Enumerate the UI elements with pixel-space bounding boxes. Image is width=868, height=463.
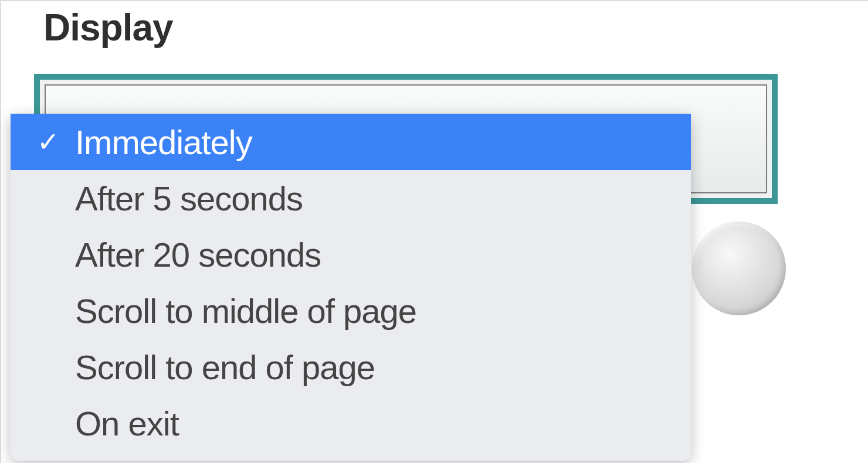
dropdown-option-after-20-seconds[interactable]: ✓ After 20 seconds (11, 226, 691, 282)
dropdown-option-label: Scroll to middle of page (75, 291, 416, 331)
dropdown-option-label: After 20 seconds (75, 235, 321, 274)
field-label-display: Display (43, 6, 868, 49)
dropdown-option-label: On exit (75, 404, 179, 443)
dropdown-option-immediately[interactable]: ✓ Immediately (11, 114, 691, 170)
dropdown-option-after-5-seconds[interactable]: ✓ After 5 seconds (11, 170, 691, 226)
display-dropdown-menu: ✓ Immediately ✓ After 5 seconds ✓ After … (11, 114, 691, 461)
dropdown-option-label: After 5 seconds (75, 179, 303, 218)
dropdown-caret-button[interactable] (692, 222, 786, 315)
checkmark-icon: ✓ (32, 126, 65, 158)
dropdown-option-scroll-end[interactable]: ✓ Scroll to end of page (11, 339, 691, 395)
dropdown-option-scroll-middle[interactable]: ✓ Scroll to middle of page (11, 282, 691, 339)
settings-panel: Display ✓ Immediately ✓ After 5 seconds … (0, 0, 868, 463)
dropdown-option-label: Immediately (75, 122, 252, 162)
dropdown-option-on-exit[interactable]: ✓ On exit (11, 395, 691, 451)
dropdown-option-label: Scroll to end of page (75, 348, 375, 387)
